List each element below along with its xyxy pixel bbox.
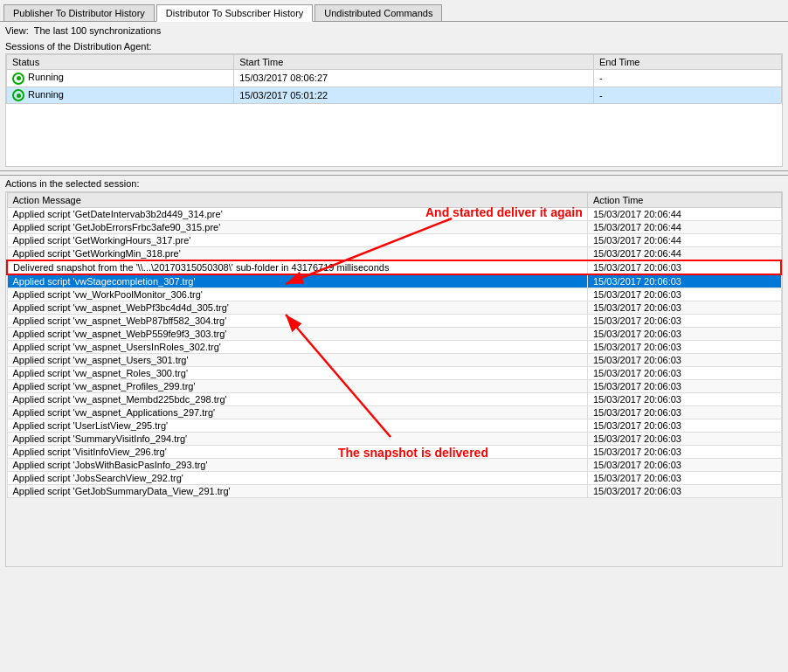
- session-status-text: Running: [28, 72, 64, 82]
- status-running-icon: [12, 73, 24, 85]
- sessions-table: Status Start Time End Time Running15/03/…: [6, 54, 782, 104]
- actions-col-time: Action Time: [588, 193, 782, 208]
- actions-wrapper[interactable]: And started deliver it again The snapsho…: [5, 191, 783, 567]
- action-row[interactable]: Applied script 'vw_aspnet_WebP87bff582_3…: [7, 315, 781, 328]
- actions-col-message: Action Message: [7, 193, 588, 208]
- action-row[interactable]: Applied script 'GetWorkingHours_317.pre'…: [7, 234, 781, 247]
- action-time: 15/03/2017 20:06:03: [588, 288, 782, 301]
- sessions-col-status: Status: [7, 55, 234, 70]
- actions-section-label: Actions in the selected session:: [0, 176, 788, 191]
- action-message: Applied script 'vw_aspnet_Membd225bdc_29…: [7, 393, 588, 406]
- action-row[interactable]: Applied script 'vw_aspnet_Applications_2…: [7, 406, 781, 419]
- action-message: Applied script 'JobsSearchView_292.trg': [7, 472, 588, 485]
- session-end-time: -: [594, 70, 782, 87]
- action-row[interactable]: Applied script 'vw_WorkPoolMonitor_306.t…: [7, 288, 781, 301]
- action-time: 15/03/2017 20:06:03: [588, 433, 782, 446]
- action-message: Applied script 'GetJobErrorsFrbc3afe90_3…: [7, 221, 588, 234]
- action-message: Applied script 'GetDateIntervab3b2d449_3…: [7, 208, 588, 221]
- action-row[interactable]: Applied script 'GetWorkingMin_318.pre'15…: [7, 247, 781, 261]
- action-message: Applied script 'vw_aspnet_WebP87bff582_3…: [7, 315, 588, 328]
- action-time: 15/03/2017 20:06:03: [588, 328, 782, 341]
- action-message: Applied script 'VisitInfoView_296.trg': [7, 446, 588, 459]
- action-row[interactable]: Applied script 'vw_aspnet_Profiles_299.t…: [7, 380, 781, 393]
- session-start-time: 15/03/2017 08:06:27: [234, 70, 594, 87]
- action-time: 15/03/2017 20:06:03: [588, 354, 782, 367]
- actions-table: Action Message Action Time Applied scrip…: [6, 192, 782, 498]
- action-time: 15/03/2017 20:06:44: [588, 208, 782, 221]
- session-end-time: -: [594, 87, 782, 104]
- action-time: 15/03/2017 20:06:03: [588, 274, 782, 288]
- action-row[interactable]: Applied script 'vw_aspnet_WebPf3bc4d4d_3…: [7, 301, 781, 315]
- action-row[interactable]: Applied script 'vwStagecompletion_307.tr…: [7, 274, 781, 288]
- action-time: 15/03/2017 20:06:03: [588, 446, 782, 459]
- sessions-wrapper: Status Start Time End Time Running15/03/…: [5, 53, 783, 167]
- status-running-icon: [12, 89, 24, 101]
- action-time: 15/03/2017 20:06:03: [588, 341, 782, 354]
- action-message: Applied script 'SummaryVisitInfo_294.trg…: [7, 433, 588, 446]
- action-row[interactable]: Applied script 'GetJobSummaryData_View_2…: [7, 485, 781, 498]
- session-status: Running: [7, 70, 234, 87]
- action-message: Applied script 'vw_aspnet_UsersInRoles_3…: [7, 341, 588, 354]
- action-row[interactable]: Delivered snapshot from the '\\...\20170…: [7, 260, 781, 274]
- action-message: Applied script 'vw_aspnet_Profiles_299.t…: [7, 380, 588, 393]
- tab-publisher-to-distributor[interactable]: Publisher To Distributor History: [3, 4, 155, 21]
- action-message: Applied script 'vw_WorkPoolMonitor_306.t…: [7, 288, 588, 301]
- action-row[interactable]: Applied script 'UserListView_295.trg'15/…: [7, 419, 781, 433]
- action-row[interactable]: Applied script 'SummaryVisitInfo_294.trg…: [7, 433, 781, 446]
- action-row[interactable]: Applied script 'vw_aspnet_WebP559fe9f3_3…: [7, 328, 781, 341]
- action-time: 15/03/2017 20:06:03: [588, 301, 782, 315]
- action-time: 15/03/2017 20:06:03: [588, 472, 782, 485]
- action-time: 15/03/2017 20:06:03: [588, 315, 782, 328]
- session-row[interactable]: Running15/03/2017 05:01:22-: [7, 87, 782, 104]
- action-row[interactable]: Applied script 'GetDateIntervab3b2d449_3…: [7, 208, 781, 221]
- sessions-col-starttime: Start Time: [234, 55, 594, 70]
- action-message: Applied script 'vw_aspnet_Roles_300.trg': [7, 367, 588, 380]
- action-row[interactable]: Applied script 'vw_aspnet_Membd225bdc_29…: [7, 393, 781, 406]
- action-message: Applied script 'GetJobSummaryData_View_2…: [7, 485, 588, 498]
- action-row[interactable]: Applied script 'VisitInfoView_296.trg'15…: [7, 446, 781, 459]
- action-message: Applied script 'vwStagecompletion_307.tr…: [7, 274, 588, 288]
- action-time: 15/03/2017 20:06:44: [588, 234, 782, 247]
- view-row: View: The last 100 synchronizations: [0, 22, 788, 39]
- action-row[interactable]: Applied script 'vw_aspnet_Users_301.trg'…: [7, 354, 781, 367]
- action-message: Applied script 'vw_aspnet_WebP559fe9f3_3…: [7, 328, 588, 341]
- action-time: 15/03/2017 20:06:03: [588, 367, 782, 380]
- session-status: Running: [7, 87, 234, 104]
- view-label: View:: [5, 25, 29, 36]
- session-start-time: 15/03/2017 05:01:22: [234, 87, 594, 104]
- action-message: Applied script 'JobsWithBasicPasInfo_293…: [7, 459, 588, 472]
- action-time: 15/03/2017 20:06:03: [588, 406, 782, 419]
- action-time: 15/03/2017 20:06:03: [588, 380, 782, 393]
- tab-undistributed-commands[interactable]: Undistributed Commands: [315, 4, 442, 21]
- action-message: Applied script 'vw_aspnet_Users_301.trg': [7, 354, 588, 367]
- session-row[interactable]: Running15/03/2017 08:06:27-: [7, 70, 782, 87]
- tabs-bar: Publisher To Distributor History Distrib…: [0, 0, 788, 22]
- action-time: 15/03/2017 20:06:03: [588, 260, 782, 274]
- tab-distributor-to-subscriber[interactable]: Distributor To Subscriber History: [156, 4, 314, 22]
- action-row[interactable]: Applied script 'GetJobErrorsFrbc3afe90_3…: [7, 221, 781, 234]
- action-message: Applied script 'vw_aspnet_WebPf3bc4d4d_3…: [7, 301, 588, 315]
- action-time: 15/03/2017 20:06:03: [588, 485, 782, 498]
- action-message: Applied script 'UserListView_295.trg': [7, 419, 588, 433]
- action-time: 15/03/2017 20:06:03: [588, 419, 782, 433]
- action-time: 15/03/2017 20:06:03: [588, 459, 782, 472]
- action-message: Applied script 'vw_aspnet_Applications_2…: [7, 406, 588, 419]
- action-message: Applied script 'GetWorkingMin_318.pre': [7, 247, 588, 261]
- action-row[interactable]: Applied script 'vw_aspnet_Roles_300.trg'…: [7, 367, 781, 380]
- action-message: Applied script 'GetWorkingHours_317.pre': [7, 234, 588, 247]
- action-message: Delivered snapshot from the '\\...\20170…: [7, 260, 588, 274]
- action-row[interactable]: Applied script 'JobsSearchView_292.trg'1…: [7, 472, 781, 485]
- action-time: 15/03/2017 20:06:44: [588, 221, 782, 234]
- view-value: The last 100 synchronizations: [34, 25, 162, 36]
- action-time: 15/03/2017 20:06:03: [588, 393, 782, 406]
- sessions-col-endtime: End Time: [594, 55, 782, 70]
- sessions-section-label: Sessions of the Distribution Agent:: [0, 39, 788, 53]
- action-time: 15/03/2017 20:06:44: [588, 247, 782, 261]
- action-row[interactable]: Applied script 'JobsWithBasicPasInfo_293…: [7, 459, 781, 472]
- session-status-text: Running: [28, 89, 64, 100]
- action-row[interactable]: Applied script 'vw_aspnet_UsersInRoles_3…: [7, 341, 781, 354]
